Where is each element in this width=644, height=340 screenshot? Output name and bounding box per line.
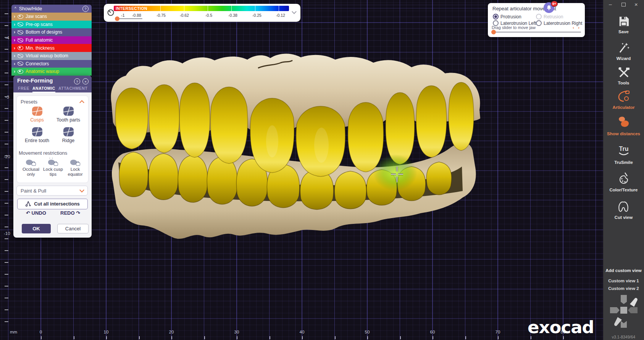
custom-view-1-button[interactable]: Custom view 1 <box>603 278 644 283</box>
chevron-right-icon[interactable]: › <box>14 69 15 74</box>
presets-title: Presets <box>21 99 37 105</box>
redo-button[interactable]: REDO ↷ <box>60 210 80 216</box>
tooth[interactable] <box>416 86 446 157</box>
dental-model-3d[interactable] <box>0 0 644 340</box>
layer-row-anatomic-waxup[interactable]: › Anatomic waxup <box>11 68 92 76</box>
tooth[interactable] <box>386 92 415 164</box>
layer-row-bottom-of-designs[interactable]: › Bottom of designs <box>11 28 92 36</box>
eye-off-icon[interactable] <box>18 22 23 26</box>
tooth[interactable] <box>210 87 247 164</box>
maximize-button[interactable] <box>621 3 626 6</box>
tooth[interactable] <box>207 157 237 204</box>
layer-row-jaw-scans[interactable]: › Jaw scans <box>11 13 92 21</box>
layer-row-pre-op-scans[interactable]: › Pre-op scans <box>11 21 92 29</box>
eye-off-icon[interactable] <box>18 62 23 66</box>
preset-tooth-parts[interactable]: Tooth parts <box>53 107 84 123</box>
tooth[interactable] <box>115 88 148 149</box>
tab-anatomic[interactable]: ANATOMIC <box>32 86 55 93</box>
tooth[interactable] <box>449 83 474 151</box>
tool-articulator[interactable]: Articulator <box>603 90 644 110</box>
restriction-lock-cusp-tips[interactable]: ↓↓ Lock cusp tips <box>41 159 65 177</box>
eye-off-icon[interactable] <box>18 38 23 42</box>
tool-show-distances[interactable]: Show distances <box>603 116 644 136</box>
view-navigation-widget[interactable] <box>608 294 639 331</box>
radio-label[interactable]: Laterotrusion Right <box>544 21 582 26</box>
articulator-movement-panel: Repeat articulator movement Protrusion R… <box>488 3 585 37</box>
show-hide-header[interactable]: ^ Show/Hide ? <box>11 5 92 13</box>
add-custom-view-button[interactable]: Add custom view <box>603 268 644 273</box>
tool-save[interactable]: Save <box>603 16 644 34</box>
tool-wizard[interactable]: Wizard <box>603 42 644 61</box>
ruler-x-label: 40 <box>300 330 305 334</box>
tooth[interactable] <box>334 171 366 209</box>
collapse-icon[interactable]: ^ <box>15 6 16 11</box>
tools-icon <box>618 66 630 78</box>
step-right-icon[interactable]: › <box>578 25 579 30</box>
tooth[interactable] <box>148 154 178 200</box>
chevron-down-icon[interactable] <box>292 9 297 14</box>
collapse-icon[interactable] <box>79 100 84 105</box>
tool-label: Tools <box>603 81 644 85</box>
preset-ridge[interactable]: Ridge <box>53 127 84 143</box>
colorbar-slider-track[interactable] <box>117 18 142 19</box>
tooth[interactable] <box>178 155 207 202</box>
restriction-occlusal-only[interactable]: Occlusal only <box>19 159 43 177</box>
notification-badge[interactable]: 9+ <box>551 1 558 7</box>
chevron-right-icon[interactable]: › <box>14 62 15 66</box>
tool-color-texture[interactable]: Color/Texture <box>603 172 644 192</box>
jaw-slider-track[interactable] <box>492 32 581 32</box>
cancel-button[interactable]: Cancel <box>57 224 89 233</box>
jaw-slider-knob[interactable] <box>491 30 496 34</box>
restriction-label: Lock equator <box>68 167 82 176</box>
layer-row-full-anatomic[interactable]: › Full anatomic <box>11 36 92 44</box>
chevron-right-icon[interactable]: › <box>14 46 15 50</box>
close-icon[interactable]: × <box>82 78 89 84</box>
tooth[interactable] <box>119 152 148 197</box>
lock-cusp-tips-icon: ↓↓ <box>48 159 58 166</box>
tooth[interactable] <box>426 162 452 195</box>
layer-row-connectors[interactable]: › Connectors <box>11 60 92 68</box>
radio-protrusion[interactable] <box>493 14 499 19</box>
layer-row-virtual-waxup-bottom[interactable]: › Virtual waxup bottom <box>11 52 92 60</box>
eye-icon[interactable] <box>18 46 23 50</box>
layer-row-min-thickness[interactable]: › Min. thickness <box>11 44 92 52</box>
eye-off-icon[interactable] <box>18 30 23 34</box>
preset-entire-tooth[interactable]: Entire tooth <box>22 127 52 143</box>
help-icon[interactable]: ? <box>82 6 89 12</box>
help-icon[interactable]: ? <box>74 78 80 84</box>
scissors-icon: i <box>25 201 31 207</box>
tool-cut-view[interactable]: Cut view <box>603 199 644 220</box>
layer-label: Min. thickness <box>26 45 55 51</box>
mode-select[interactable]: Paint & Pull <box>16 186 88 196</box>
tooth[interactable] <box>179 83 210 157</box>
gauge-icon[interactable] <box>107 9 115 16</box>
eye-icon[interactable] <box>18 15 23 19</box>
close-button[interactable]: × <box>634 1 638 8</box>
chevron-right-icon[interactable]: › <box>14 14 15 19</box>
chevron-right-icon[interactable]: › <box>14 38 15 42</box>
eye-icon[interactable] <box>18 70 23 74</box>
tool-tools[interactable]: Tools <box>603 66 644 85</box>
preset-cusps[interactable]: Cusps <box>22 107 52 123</box>
tab-attachment[interactable]: ATTACHMENT <box>58 86 87 91</box>
tooth[interactable] <box>149 85 179 153</box>
radio-laterotrusion-right[interactable] <box>536 20 542 26</box>
step-left-icon[interactable]: ‹ <box>573 25 574 30</box>
tab-free[interactable]: FREE <box>18 86 29 91</box>
eye-off-icon[interactable] <box>18 54 23 58</box>
ok-button[interactable]: OK <box>22 224 51 233</box>
cut-all-intersections-button[interactable]: i Cut all intersections <box>17 199 88 209</box>
custom-view-2-button[interactable]: Custom view 2 <box>603 286 644 291</box>
chevron-right-icon[interactable]: › <box>14 53 15 58</box>
colorbar-slider-knob[interactable] <box>115 16 119 21</box>
tool-trusmile[interactable]: Tru TruSmile <box>603 144 644 165</box>
chevron-right-icon[interactable]: › <box>14 30 15 34</box>
radio-label[interactable]: Protrusion <box>500 14 521 19</box>
restriction-lock-equator[interactable]: Lock equator <box>63 159 87 177</box>
chevron-right-icon[interactable]: › <box>14 22 15 27</box>
viewport-3d[interactable]: mm 0 10 20 30 40 50 60 70 80 -4 -3 -20 -… <box>0 0 644 340</box>
chevron-down-icon <box>79 188 84 193</box>
preset-label: Ridge <box>53 138 84 143</box>
minimize-button[interactable]: – <box>609 1 612 7</box>
undo-button[interactable]: ↶ UNDO <box>26 210 46 216</box>
